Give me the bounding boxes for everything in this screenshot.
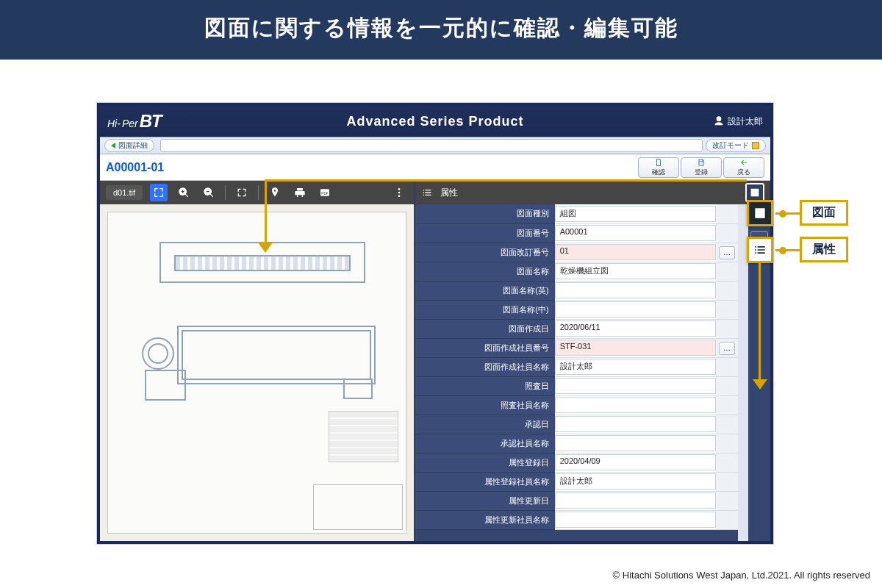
attribute-value-cell (555, 434, 716, 453)
attribute-value-field[interactable]: A00001 (555, 225, 716, 241)
attribute-value-field[interactable] (555, 492, 716, 509)
attribute-scroll[interactable]: 図面種別組図図面番号A00001図面改訂番号01…図面名称乾燥機組立図図面名称(… (415, 204, 738, 541)
attribute-value-cell: A00001 (555, 223, 716, 243)
attribute-label: 図面作成社員名称 (415, 357, 555, 376)
callout-arrowhead-icon (753, 379, 767, 390)
breadcrumb-label: 図面詳細 (118, 140, 148, 151)
attribute-extra-cell (716, 300, 738, 319)
attribute-value-field[interactable] (555, 416, 716, 432)
svg-point-2 (398, 188, 400, 190)
svg-point-4 (398, 195, 400, 197)
product-title: Advanced Series Product (100, 114, 770, 129)
zoom-in-button[interactable] (175, 184, 193, 201)
attribute-label: 照査日 (415, 376, 555, 395)
attribute-value-field[interactable]: 乾燥機組立図 (555, 263, 716, 279)
drawing-viewer-pane: d01.tif (100, 181, 415, 541)
pdf-button[interactable]: PDF (316, 184, 334, 201)
callout-drawing-label: 図面 (800, 200, 848, 226)
file-name-chip[interactable]: d01.tif (106, 185, 143, 200)
attribute-label: 図面名称(中) (415, 300, 555, 319)
zoom-out-icon (203, 187, 215, 198)
attribute-header: 属性 (415, 181, 770, 204)
image-icon (753, 206, 767, 220)
confirm-button[interactable]: 確認 (638, 157, 679, 178)
fullscreen-button[interactable] (233, 184, 251, 201)
attribute-extra-cell (716, 223, 738, 243)
attribute-row: 照査社員名称 (415, 395, 738, 415)
fit-page-button[interactable] (150, 184, 168, 201)
marker-button[interactable] (266, 184, 284, 201)
attribute-value-field[interactable]: 01 (555, 244, 716, 260)
callout-drawing-icon-frame (747, 200, 773, 226)
attribute-value-field[interactable] (555, 378, 716, 394)
overflow-button[interactable] (390, 184, 408, 201)
callout-attr-icon-frame (747, 237, 773, 263)
save-icon (697, 158, 706, 167)
zoom-out-button[interactable] (200, 184, 218, 201)
attribute-value-cell: 組図 (555, 204, 716, 223)
back-breadcrumb-button[interactable]: 図面詳細 (104, 139, 154, 152)
attribute-row: 図面名称(英) (415, 281, 738, 300)
attribute-value-field[interactable]: 設計太郎 (555, 359, 716, 375)
attribute-extra-cell (716, 434, 738, 453)
attribute-extra-cell (716, 472, 738, 491)
attribute-value-field[interactable]: 2020/06/11 (555, 320, 716, 337)
breadcrumb-path-field[interactable] (160, 139, 703, 152)
drawing-titleblock (329, 411, 398, 462)
content-split: d01.tif (100, 181, 770, 541)
attribute-row: 図面名称(中) (415, 300, 738, 319)
back-arrow-icon (739, 158, 748, 167)
attribute-label: 承認社員名称 (415, 434, 555, 453)
attribute-header-label: 属性 (440, 187, 458, 199)
attribute-value-field[interactable] (555, 512, 716, 528)
attribute-value-field[interactable]: 設計太郎 (555, 473, 716, 490)
attribute-extra-cell: … (716, 338, 738, 357)
attribute-value-field[interactable] (555, 301, 716, 318)
attribute-table: 図面種別組図図面番号A00001図面改訂番号01…図面名称乾燥機組立図図面名称(… (415, 204, 738, 530)
attribute-value-field[interactable] (555, 282, 716, 298)
callout-connector-line (775, 249, 800, 251)
toolbar-divider (258, 185, 259, 200)
attribute-value-field[interactable]: 組図 (555, 206, 716, 222)
go-back-button[interactable]: 戻る (723, 157, 764, 178)
attribute-value-field[interactable] (555, 435, 716, 451)
attribute-row: 図面番号A00001 (415, 223, 738, 243)
drawing-shape (145, 370, 186, 401)
print-button[interactable] (291, 184, 309, 201)
callout-connector-line (775, 212, 800, 215)
attribute-value-field[interactable]: STF-031 (555, 340, 716, 356)
attribute-extra-cell (716, 415, 738, 434)
attribute-label: 図面作成社員番号 (415, 338, 555, 357)
register-button[interactable]: 登録 (681, 157, 722, 178)
attribute-extra-cell (716, 204, 738, 223)
kebab-icon (393, 187, 405, 198)
attribute-pane: 属性 図面種別組図図面番号A00001図面改訂番号01…図面名称乾燥機組立図図面… (415, 181, 770, 541)
attribute-value-field[interactable]: 2020/04/09 (555, 454, 716, 470)
action-buttons: 確認 登録 戻る (638, 157, 764, 178)
attribute-value-cell (555, 491, 716, 510)
zoom-in-icon (178, 187, 190, 198)
attribute-label: 図面名称(英) (415, 281, 555, 300)
confirm-label: 確認 (652, 168, 665, 177)
attribute-label: 照査社員名称 (415, 395, 555, 415)
callout-attr-label: 属性 (800, 237, 848, 262)
lookup-button[interactable]: … (719, 342, 735, 355)
attribute-value-cell: 設計太郎 (555, 357, 716, 376)
revision-mode-label: 改訂モード (712, 140, 749, 151)
attribute-row: 属性更新社員名称 (415, 510, 738, 529)
drawing-canvas[interactable] (107, 212, 406, 534)
attribute-row: 承認日 (415, 415, 738, 434)
callout-path (265, 179, 747, 182)
attribute-row: 図面名称乾燥機組立図 (415, 262, 738, 281)
attribute-label: 図面改訂番号 (415, 243, 555, 262)
callout-arrowhead-icon (258, 243, 273, 253)
attribute-value-cell: 乾燥機組立図 (555, 262, 716, 281)
attribute-label: 図面名称 (415, 262, 555, 281)
revision-mode-button[interactable]: 改訂モード (706, 139, 766, 152)
document-check-icon (654, 158, 663, 167)
attribute-value-cell: 2020/04/09 (555, 453, 716, 472)
app-header: Hi- Per BT Advanced Series Product 設計太郎 (100, 106, 770, 137)
attribute-value-field[interactable] (555, 397, 716, 413)
attribute-extra-cell (716, 376, 738, 395)
lookup-button[interactable]: … (719, 246, 735, 259)
